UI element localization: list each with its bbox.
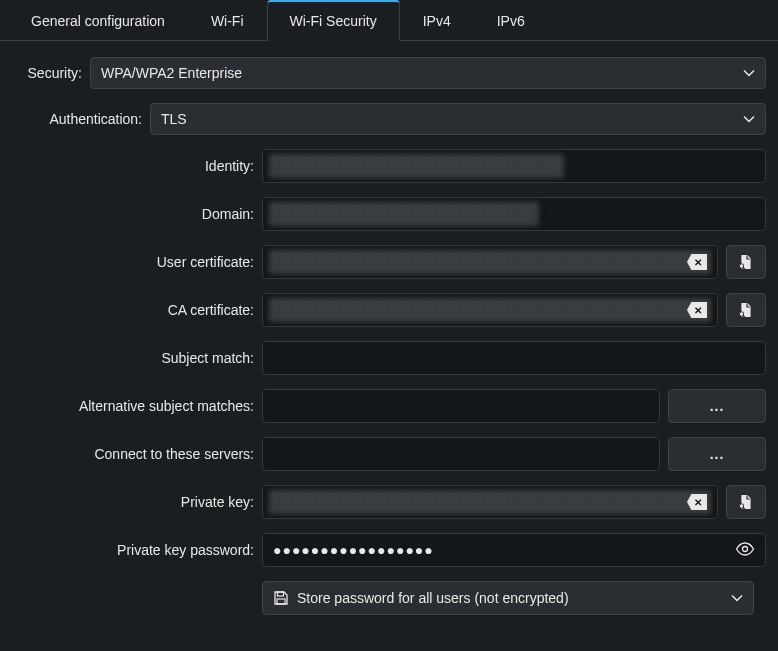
security-select[interactable]: WPA/WPA2 Enterprise [90,57,766,89]
authentication-label: Authentication: [12,111,142,127]
tab-ipv6[interactable]: IPv6 [474,0,548,41]
tab-wifi-security[interactable]: Wi-Fi Security [267,0,400,41]
private-key-input[interactable] [262,485,718,519]
file-open-icon [738,494,754,510]
private-key-password-input[interactable]: ●●●●●●●●●●●●●●●●● [262,533,766,567]
domain-label: Domain: [12,206,254,222]
chevron-down-icon [743,115,755,123]
store-password-select[interactable]: Store password for all users (not encryp… [262,581,754,615]
security-value: WPA/WPA2 Enterprise [101,65,242,81]
save-icon [273,590,289,606]
security-label: Security: [12,65,82,81]
clear-icon[interactable] [687,494,707,510]
tab-general[interactable]: General configuration [8,0,188,41]
connect-servers-more-button[interactable]: ... [668,437,766,471]
store-password-label: Store password for all users (not encryp… [297,590,569,606]
ca-certificate-label: CA certificate: [12,302,254,318]
connect-servers-input[interactable] [262,437,660,471]
private-key-browse-button[interactable] [726,485,766,519]
authentication-value: TLS [161,111,187,127]
svg-point-3 [743,546,748,551]
password-mask: ●●●●●●●●●●●●●●●●● [273,542,434,558]
file-open-icon [738,302,754,318]
clear-icon[interactable] [687,254,707,270]
alt-subject-matches-input[interactable] [262,389,660,423]
tab-wifi[interactable]: Wi-Fi [188,0,267,41]
identity-label: Identity: [12,158,254,174]
alt-subject-matches-label: Alternative subject matches: [12,398,254,414]
eye-icon [735,542,755,556]
domain-input[interactable] [262,197,766,231]
identity-input[interactable] [262,149,766,183]
form-content: Security: WPA/WPA2 Enterprise Authentica… [0,41,778,631]
user-certificate-label: User certificate: [12,254,254,270]
chevron-down-icon [743,69,755,77]
ca-certificate-browse-button[interactable] [726,293,766,327]
user-certificate-input[interactable] [262,245,718,279]
connect-servers-label: Connect to these servers: [12,446,254,462]
file-open-icon [738,254,754,270]
subject-match-input[interactable] [262,341,766,375]
chevron-down-icon [731,594,743,602]
tab-bar: General configuration Wi-Fi Wi-Fi Securi… [0,0,778,41]
ca-certificate-input[interactable] [262,293,718,327]
subject-match-label: Subject match: [12,350,254,366]
authentication-select[interactable]: TLS [150,103,766,135]
private-key-label: Private key: [12,494,254,510]
show-password-button[interactable] [735,542,755,559]
svg-rect-4 [278,592,284,596]
tab-ipv4[interactable]: IPv4 [400,0,474,41]
clear-icon[interactable] [687,302,707,318]
alt-subject-matches-more-button[interactable]: ... [668,389,766,423]
user-certificate-browse-button[interactable] [726,245,766,279]
svg-rect-5 [277,599,285,604]
private-key-password-label: Private key password: [12,542,254,558]
